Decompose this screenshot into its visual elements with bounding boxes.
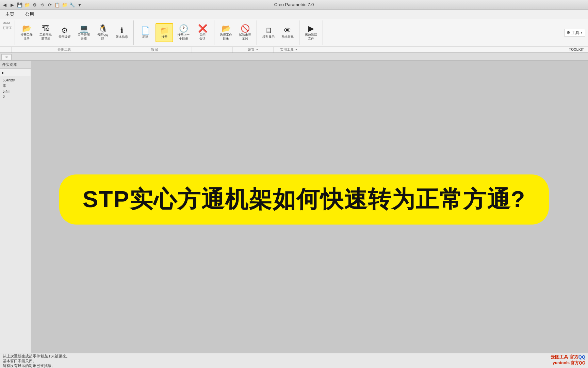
- yuntu-tools-group: 📂 打开工作目录 🏗 工程图批量导出 ⚙ 云图设置 💻 关于云图云图 🐧: [15, 20, 134, 45]
- quick-access-toolbar: ◀ ▶ 💾 📁 ⚙ ⟲ ⟳ 📋 📁 🔧 ▼: [0, 0, 83, 10]
- yuntu-tools-label: 云图工具: [12, 47, 117, 52]
- practical-tools-items: ▶ 播放追踪文件: [302, 20, 320, 45]
- ops-label: [192, 47, 233, 52]
- new-icon: 📄: [141, 27, 150, 34]
- settings-group: 🖥 模型显示 👁 系统外观: [257, 20, 299, 45]
- btn-open[interactable]: 📁 打开: [156, 23, 173, 42]
- btn-system-view[interactable]: 👁 系统外观: [279, 23, 296, 42]
- sidebar-tab[interactable]: ●: [0, 69, 31, 76]
- tools-dropdown-arrow: ▼: [580, 31, 583, 34]
- qa-tool[interactable]: 🔧: [69, 1, 76, 8]
- practical-dropdown-arrow[interactable]: ▼: [295, 48, 298, 51]
- btn-cloud-settings[interactable]: ⚙ 云图设置: [56, 23, 74, 42]
- btn-cloud-qq[interactable]: 🐧 云图QQ群: [94, 23, 112, 42]
- tab-close-icon[interactable]: ✕: [5, 55, 8, 59]
- sidebar-item-1[interactable]: 库: [1, 83, 30, 89]
- close-session-icon: ❌: [198, 25, 207, 32]
- cloud-settings-icon: ⚙: [61, 27, 68, 34]
- qa-forward[interactable]: ▶: [9, 1, 16, 8]
- btn-open-project[interactable]: 📂 打开工作目录: [18, 23, 35, 42]
- banner-text: STP实心方通机架如何快速转为正常方通?: [83, 184, 526, 215]
- tools-dropdown[interactable]: ⚙ 工具 ▼: [564, 29, 585, 37]
- logo-bottom: yuntools 官方QQ: [553, 360, 585, 366]
- data-group-items: 📄 新建 📁 打开 🕐 打开上一个目录 ❌ 关闭会话: [136, 20, 211, 45]
- sidebar: 件实览器 ● 504hbfy 库 5.4m 0: [0, 61, 31, 360]
- operations-items: 📂 选择工作目录 🚫 拭除未显示的: [217, 20, 254, 45]
- btn-open-proj-small[interactable]: 打开工: [1, 25, 13, 31]
- sidebar-item-3[interactable]: 0: [1, 94, 30, 99]
- bottom-right-logo: 云图工具 官方QQ yuntools 官方QQ: [551, 354, 585, 366]
- tab-bar: ✕: [0, 53, 588, 61]
- btn-version-info[interactable]: ℹ 版本信息: [113, 23, 131, 42]
- sidebar-item-0[interactable]: 504hbfy: [1, 78, 30, 83]
- status-bar: 从上次重新生成起零件'机架1'未被更改。 基本窗口不能关闭。 所有没有显示的对象…: [0, 353, 588, 368]
- status-line-2: 所有没有显示的对象已被拭除。: [3, 363, 585, 368]
- sidebar-header: 件实览器: [0, 61, 31, 69]
- yellow-banner: STP实心方通机架如何快速转为正常方通?: [59, 174, 549, 225]
- sidebar-content: 504hbfy 库 5.4m 0: [0, 76, 31, 360]
- ribbon-content: DOM 打开工 📂 打开工作目录 🏗 工程图批量导出 ⚙ 云图设置: [0, 19, 588, 46]
- logo-top-qq: QQ: [578, 354, 585, 359]
- btn-about-cloud[interactable]: 💻 关于云图云图: [75, 23, 93, 42]
- canvas-area: STP实心方通机架如何快速转为正常方通?: [31, 61, 588, 360]
- open-project-icon: 📂: [22, 25, 31, 32]
- qa-redo[interactable]: ⟳: [46, 1, 53, 8]
- logo-top-text: 云图工具 官方: [551, 354, 578, 359]
- btn-play-trace[interactable]: ▶ 播放追踪文件: [302, 23, 320, 42]
- btn-close[interactable]: ❌ 关闭会话: [194, 23, 211, 42]
- btn-remove-hidden[interactable]: 🚫 拭除未显示的: [236, 23, 254, 42]
- settings-label: 设置 ▼: [233, 47, 274, 52]
- btn-dom[interactable]: DOM: [1, 20, 11, 25]
- logo-yuntools-text: yuntools 官方QQ: [553, 360, 585, 366]
- qa-dropdown[interactable]: ▼: [76, 1, 83, 8]
- logo-top: 云图工具 官方QQ: [551, 354, 585, 360]
- ribbon-labels: 云图工具 数据 设置 ▼ 实用工具 ▼ TOOLKIT: [0, 46, 588, 52]
- sidebar-item-2[interactable]: 5.4m: [1, 89, 30, 94]
- sidebar-title: 件实览器: [2, 62, 17, 67]
- play-trace-icon: ▶: [308, 25, 314, 32]
- practical-tools-group: ▶ 播放追踪文件: [299, 20, 323, 45]
- about-cloud-icon: 💻: [79, 25, 88, 32]
- version-info-icon: ℹ: [120, 27, 123, 34]
- menu-common[interactable]: 公用: [22, 11, 37, 18]
- menu-home[interactable]: 主页: [3, 11, 17, 18]
- qa-folder[interactable]: 📁: [61, 1, 68, 8]
- data-group: 📄 新建 📁 打开 🕐 打开上一个目录 ❌ 关闭会话: [134, 20, 214, 45]
- menu-bar: 主页 公用: [0, 10, 588, 19]
- file-ops-group: DOM 打开工: [0, 20, 15, 45]
- window-title: Creo Parametric 7.0: [274, 2, 314, 7]
- qa-copy[interactable]: 📋: [54, 1, 61, 8]
- operations-group: 📂 选择工作目录 🚫 拭除未显示的: [214, 20, 257, 45]
- cloud-qq-icon: 🐧: [98, 25, 108, 32]
- qa-settings[interactable]: ⚙: [31, 1, 38, 8]
- practical-label: 实用工具 ▼: [274, 47, 304, 52]
- system-view-icon: 👁: [284, 27, 291, 34]
- title-bar: ◀ ▶ 💾 📁 ⚙ ⟲ ⟳ 📋 📁 🔧 ▼ Creo Parametric 7.…: [0, 0, 588, 10]
- toolkit-label: TOOLKIT: [565, 47, 588, 52]
- status-line-0: 从上次重新生成起零件'机架1'未被更改。: [3, 354, 585, 358]
- remove-hidden-icon: 🚫: [241, 25, 250, 32]
- sidebar-tab-icon: ●: [2, 71, 4, 75]
- btn-project-export[interactable]: 🏗 工程图批量导出: [37, 23, 54, 42]
- main-area: 件实览器 ● 504hbfy 库 5.4m 0 STP实心方通机架如何快速转为正…: [0, 61, 588, 360]
- status-line-1: 基本窗口不能关闭。: [3, 358, 585, 363]
- active-tab[interactable]: ✕: [1, 54, 12, 60]
- qa-undo[interactable]: ⟲: [39, 1, 46, 8]
- btn-new[interactable]: 📄 新建: [136, 23, 154, 42]
- qa-open[interactable]: 📁: [24, 1, 31, 8]
- model-display-icon: 🖥: [265, 27, 272, 34]
- settings-dropdown-arrow[interactable]: ▼: [256, 48, 259, 51]
- yuntu-tools-items: 📂 打开工作目录 🏗 工程图批量导出 ⚙ 云图设置 💻 关于云图云图 🐧: [18, 20, 131, 45]
- ribbon: DOM 打开工 📂 打开工作目录 🏗 工程图批量导出 ⚙ 云图设置: [0, 19, 588, 53]
- project-export-icon: 🏗: [42, 25, 49, 32]
- settings-items: 🖥 模型显示 👁 系统外观: [260, 20, 296, 45]
- btn-model-display[interactable]: 🖥 模型显示: [260, 23, 277, 42]
- qa-save[interactable]: 💾: [16, 1, 23, 8]
- tools-label: ⚙ 工具: [567, 30, 579, 36]
- open-last-icon: 🕐: [179, 25, 188, 32]
- btn-open-last[interactable]: 🕐 打开上一个目录: [175, 23, 192, 42]
- ribbon-right: ⚙ 工具 ▼: [564, 20, 588, 45]
- qa-back[interactable]: ◀: [1, 1, 8, 8]
- btn-select-dir[interactable]: 📂 选择工作目录: [217, 23, 235, 42]
- open-icon: 📁: [160, 27, 169, 34]
